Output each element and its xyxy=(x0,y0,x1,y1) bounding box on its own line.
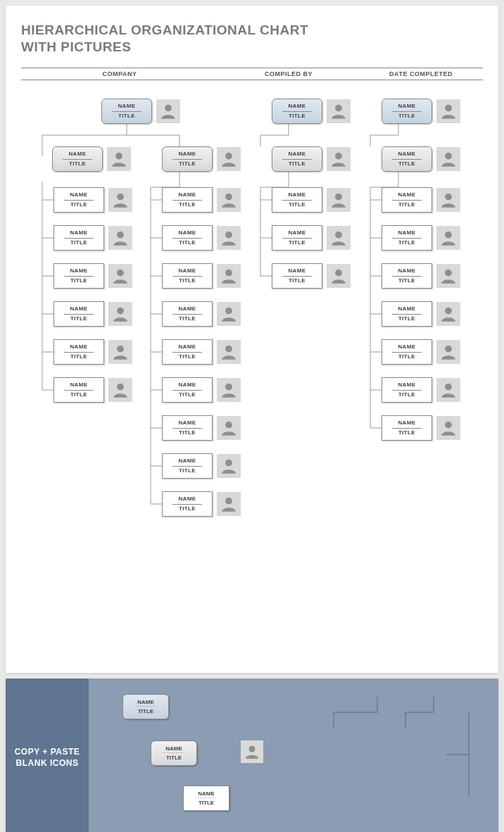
avatar-icon xyxy=(217,302,241,326)
node-c-child[interactable]: NAMETITLE xyxy=(382,377,460,403)
header-row: COMPANY COMPILED BY DATE COMPLETED xyxy=(21,68,483,80)
title: TITLE xyxy=(398,113,415,120)
title: TITLE xyxy=(398,201,415,208)
node-a-l-child[interactable]: NAMETITLE xyxy=(53,339,132,365)
sample-connectors[interactable] xyxy=(328,691,483,828)
name: NAME xyxy=(398,151,415,158)
title: TITLE xyxy=(179,429,196,436)
node-b-child[interactable]: NAMETITLE xyxy=(272,187,351,213)
node-a-r-child[interactable]: NAMETITLE xyxy=(162,339,241,365)
person-box: NAMETITLE xyxy=(53,263,104,289)
avatar-icon xyxy=(436,302,460,326)
copy-paste-area: NAME ---------- TITLE NAME ---------- TI… xyxy=(89,679,498,832)
title: TITLE xyxy=(179,277,196,284)
header-company: COMPANY xyxy=(21,68,218,80)
title: TITLE xyxy=(70,277,87,284)
person-box: NAMETITLE xyxy=(162,339,213,365)
person-box: NAMETITLE xyxy=(53,301,104,327)
node-a-l-child[interactable]: NAMETITLE xyxy=(53,263,132,289)
name: NAME xyxy=(178,382,196,389)
avatar-icon xyxy=(327,99,351,123)
name: NAME xyxy=(68,151,86,158)
divider xyxy=(392,352,422,353)
person-box: NAMETITLE xyxy=(53,187,104,213)
node-a-l2-right[interactable]: NAME TITLE xyxy=(162,146,241,172)
node-c-child[interactable]: NAMETITLE xyxy=(382,339,460,365)
divider xyxy=(172,276,202,277)
sample-box-gray[interactable]: NAME ---------- TITLE xyxy=(151,740,197,766)
title: TITLE xyxy=(179,160,196,168)
sample-avatar-icon[interactable] xyxy=(241,740,263,763)
node-a-l-child[interactable]: NAMETITLE xyxy=(53,301,132,327)
title: TITLE xyxy=(179,353,196,360)
person-box: NAMETITLE xyxy=(162,415,213,441)
title: TITLE xyxy=(70,201,87,208)
person-box: NAMETITLE xyxy=(382,187,432,213)
name: NAME xyxy=(178,458,196,465)
avatar-icon xyxy=(108,188,132,212)
title: TITLE xyxy=(69,160,86,168)
sample-box-blue[interactable]: NAME ---------- TITLE xyxy=(122,694,169,719)
node-a-root[interactable]: NAME TITLE xyxy=(101,99,180,124)
node-a-l-child[interactable]: NAMETITLE xyxy=(53,187,132,213)
name: NAME xyxy=(398,420,415,427)
avatar-icon xyxy=(217,188,241,212)
name: NAME xyxy=(398,267,415,275)
person-box: NAMETITLE xyxy=(162,377,213,403)
node-a-r-child[interactable]: NAMETITLE xyxy=(162,377,241,403)
node-c-child[interactable]: NAMETITLE xyxy=(382,187,460,213)
title: TITLE xyxy=(398,239,415,246)
avatar-icon xyxy=(217,147,241,171)
node-a-r-child[interactable]: NAMETITLE xyxy=(162,225,241,251)
node-c-root[interactable]: NAMETITLE xyxy=(382,99,460,124)
node-a-r-child[interactable]: NAMETITLE xyxy=(162,453,241,479)
person-box: NAME TITLE xyxy=(52,146,103,172)
node-a-r-child[interactable]: NAMETITLE xyxy=(162,187,241,213)
divider xyxy=(172,159,202,160)
divider xyxy=(172,428,202,429)
avatar-icon xyxy=(327,147,351,171)
node-a-l2-left[interactable]: NAME TITLE xyxy=(52,146,131,172)
node-b-child[interactable]: NAMETITLE xyxy=(272,225,351,251)
node-a-l-child[interactable]: NAMETITLE xyxy=(53,225,132,251)
sample-box-white[interactable]: NAME ---------- TITLE xyxy=(183,786,229,811)
title: TITLE xyxy=(138,708,153,714)
node-c-child[interactable]: NAMETITLE xyxy=(382,225,460,251)
node-b-root[interactable]: NAMETITLE xyxy=(272,99,351,124)
node-a-r-child[interactable]: NAMETITLE xyxy=(162,491,241,517)
divider xyxy=(392,200,422,201)
node-c-child[interactable]: NAMETITLE xyxy=(382,301,460,327)
divider xyxy=(282,238,312,239)
node-a-r-child[interactable]: NAMETITLE xyxy=(162,415,241,441)
node-c-child[interactable]: NAMETITLE xyxy=(382,263,460,289)
person-box: NAMETITLE xyxy=(272,187,322,213)
person-box: NAMETITLE xyxy=(272,99,322,124)
node-a-l-child[interactable]: NAMETITLE xyxy=(53,377,132,403)
node-a-r-child[interactable]: NAMETITLE xyxy=(162,263,241,289)
name: NAME xyxy=(70,343,87,351)
title: TITLE xyxy=(70,353,87,360)
node-b-l2[interactable]: NAMETITLE xyxy=(272,146,351,172)
divider xyxy=(172,352,202,353)
divider xyxy=(172,390,202,391)
node-a-r-child[interactable]: NAMETITLE xyxy=(162,301,241,327)
node-c-l2[interactable]: NAMETITLE xyxy=(382,146,460,172)
name: NAME xyxy=(288,267,305,275)
divider xyxy=(282,200,312,201)
person-box: NAMETITLE xyxy=(53,225,104,251)
node-b-child[interactable]: NAMETITLE xyxy=(272,263,351,289)
person-box: NAME ---------- TITLE xyxy=(151,740,197,766)
title: TITLE xyxy=(70,391,87,398)
name: NAME xyxy=(70,382,87,389)
person-box: NAMETITLE xyxy=(382,146,432,172)
divider xyxy=(112,111,141,112)
person-box: NAMETITLE xyxy=(382,99,432,124)
person-box: NAMETITLE xyxy=(382,415,432,441)
divider xyxy=(172,504,202,505)
person-box: NAMETITLE xyxy=(272,263,322,289)
page-title-line2: WITH PICTURES xyxy=(21,39,483,55)
node-c-child[interactable]: NAMETITLE xyxy=(382,415,460,441)
name: NAME xyxy=(178,496,196,503)
name: NAME xyxy=(70,191,87,198)
avatar-icon xyxy=(108,302,132,326)
